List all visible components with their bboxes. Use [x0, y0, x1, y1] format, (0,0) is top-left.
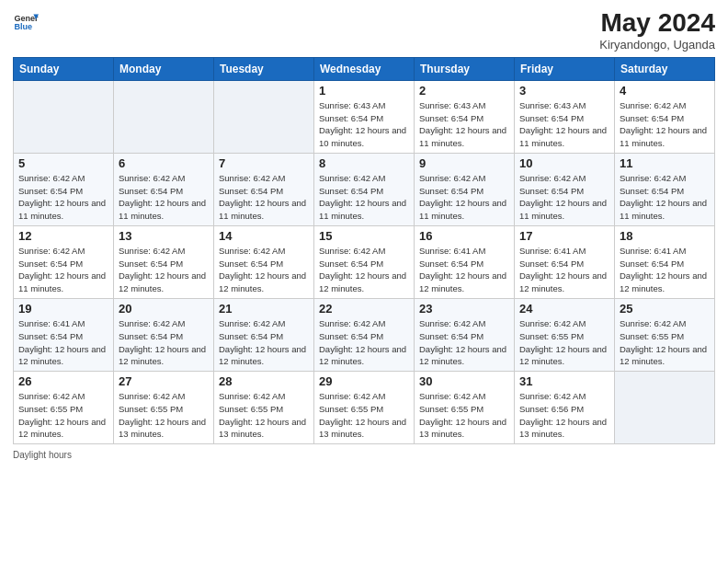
day-info: Sunrise: 6:42 AM Sunset: 6:55 PM Dayligh… — [219, 390, 309, 441]
day-info: Sunrise: 6:42 AM Sunset: 6:54 PM Dayligh… — [519, 172, 609, 223]
day-cell: 7Sunrise: 6:42 AM Sunset: 6:54 PM Daylig… — [214, 153, 314, 225]
day-number: 27 — [119, 374, 209, 388]
day-number: 10 — [519, 156, 609, 170]
svg-text:Blue: Blue — [14, 22, 32, 31]
day-cell: 17Sunrise: 6:41 AM Sunset: 6:54 PM Dayli… — [515, 225, 615, 298]
day-cell: 3Sunrise: 6:43 AM Sunset: 6:54 PM Daylig… — [515, 80, 615, 153]
day-cell: 12Sunrise: 6:42 AM Sunset: 6:54 PM Dayli… — [14, 225, 114, 298]
day-number: 31 — [519, 374, 609, 388]
week-row-4: 19Sunrise: 6:41 AM Sunset: 6:54 PM Dayli… — [14, 298, 715, 371]
day-number: 2 — [419, 84, 509, 98]
day-cell: 16Sunrise: 6:41 AM Sunset: 6:54 PM Dayli… — [415, 225, 515, 298]
day-number: 25 — [620, 302, 710, 316]
calendar-table: SundayMondayTuesdayWednesdayThursdayFrid… — [13, 57, 715, 444]
day-cell: 18Sunrise: 6:41 AM Sunset: 6:54 PM Dayli… — [615, 225, 715, 298]
day-cell: 25Sunrise: 6:42 AM Sunset: 6:55 PM Dayli… — [615, 298, 715, 371]
day-cell: 30Sunrise: 6:42 AM Sunset: 6:55 PM Dayli… — [415, 372, 515, 444]
week-row-5: 26Sunrise: 6:42 AM Sunset: 6:55 PM Dayli… — [14, 372, 715, 444]
day-number: 17 — [519, 229, 609, 243]
week-row-1: 1Sunrise: 6:43 AM Sunset: 6:54 PM Daylig… — [14, 80, 715, 153]
day-cell: 5Sunrise: 6:42 AM Sunset: 6:54 PM Daylig… — [14, 153, 114, 225]
title-block: May 2024 Kiryandongo, Uganda — [599, 9, 715, 52]
day-cell: 24Sunrise: 6:42 AM Sunset: 6:55 PM Dayli… — [515, 298, 615, 371]
logo-icon: General Blue — [13, 9, 39, 35]
day-number: 24 — [519, 302, 609, 316]
day-cell: 23Sunrise: 6:42 AM Sunset: 6:54 PM Dayli… — [415, 298, 515, 371]
day-number: 19 — [18, 302, 108, 316]
day-number: 4 — [620, 84, 710, 98]
day-info: Sunrise: 6:42 AM Sunset: 6:55 PM Dayligh… — [319, 390, 409, 441]
day-cell: 31Sunrise: 6:42 AM Sunset: 6:56 PM Dayli… — [515, 372, 615, 444]
day-cell: 27Sunrise: 6:42 AM Sunset: 6:55 PM Dayli… — [114, 372, 214, 444]
day-info: Sunrise: 6:42 AM Sunset: 6:55 PM Dayligh… — [419, 390, 509, 441]
location: Kiryandongo, Uganda — [599, 38, 715, 52]
day-cell: 15Sunrise: 6:42 AM Sunset: 6:54 PM Dayli… — [314, 225, 415, 298]
day-number: 18 — [620, 229, 710, 243]
header-row: SundayMondayTuesdayWednesdayThursdayFrid… — [14, 57, 715, 80]
day-info: Sunrise: 6:43 AM Sunset: 6:54 PM Dayligh… — [519, 99, 609, 150]
day-number: 21 — [219, 302, 309, 316]
page: General Blue May 2024 Kiryandongo, Ugand… — [0, 0, 728, 563]
day-cell: 9Sunrise: 6:42 AM Sunset: 6:54 PM Daylig… — [415, 153, 515, 225]
day-info: Sunrise: 6:42 AM Sunset: 6:54 PM Dayligh… — [319, 317, 409, 368]
day-info: Sunrise: 6:41 AM Sunset: 6:54 PM Dayligh… — [519, 245, 609, 295]
column-header-tuesday: Tuesday — [214, 57, 314, 80]
day-info: Sunrise: 6:42 AM Sunset: 6:54 PM Dayligh… — [119, 245, 209, 295]
day-number: 8 — [319, 156, 409, 170]
day-cell: 21Sunrise: 6:42 AM Sunset: 6:54 PM Dayli… — [214, 298, 314, 371]
day-info: Sunrise: 6:41 AM Sunset: 6:54 PM Dayligh… — [18, 317, 108, 368]
day-info: Sunrise: 6:42 AM Sunset: 6:54 PM Dayligh… — [18, 245, 108, 295]
day-number: 28 — [219, 374, 309, 388]
column-header-wednesday: Wednesday — [314, 57, 415, 80]
day-number: 14 — [219, 229, 309, 243]
day-number: 12 — [18, 229, 108, 243]
day-info: Sunrise: 6:42 AM Sunset: 6:54 PM Dayligh… — [620, 99, 710, 150]
day-number: 30 — [419, 374, 509, 388]
day-cell: 11Sunrise: 6:42 AM Sunset: 6:54 PM Dayli… — [615, 153, 715, 225]
day-number: 5 — [18, 156, 108, 170]
day-cell: 10Sunrise: 6:42 AM Sunset: 6:54 PM Dayli… — [515, 153, 615, 225]
day-info: Sunrise: 6:42 AM Sunset: 6:55 PM Dayligh… — [620, 317, 710, 368]
day-cell: 26Sunrise: 6:42 AM Sunset: 6:55 PM Dayli… — [14, 372, 114, 444]
day-cell: 29Sunrise: 6:42 AM Sunset: 6:55 PM Dayli… — [314, 372, 415, 444]
day-cell: 6Sunrise: 6:42 AM Sunset: 6:54 PM Daylig… — [114, 153, 214, 225]
day-number: 1 — [319, 84, 409, 98]
day-number: 15 — [319, 229, 409, 243]
day-info: Sunrise: 6:42 AM Sunset: 6:54 PM Dayligh… — [119, 317, 209, 368]
day-cell: 19Sunrise: 6:41 AM Sunset: 6:54 PM Dayli… — [14, 298, 114, 371]
day-cell: 4Sunrise: 6:42 AM Sunset: 6:54 PM Daylig… — [615, 80, 715, 153]
week-row-3: 12Sunrise: 6:42 AM Sunset: 6:54 PM Dayli… — [14, 225, 715, 298]
day-info: Sunrise: 6:42 AM Sunset: 6:54 PM Dayligh… — [119, 172, 209, 223]
day-number: 20 — [119, 302, 209, 316]
day-cell: 8Sunrise: 6:42 AM Sunset: 6:54 PM Daylig… — [314, 153, 415, 225]
day-cell: 22Sunrise: 6:42 AM Sunset: 6:54 PM Dayli… — [314, 298, 415, 371]
logo: General Blue — [13, 9, 39, 35]
day-info: Sunrise: 6:42 AM Sunset: 6:54 PM Dayligh… — [219, 245, 309, 295]
column-header-saturday: Saturday — [615, 57, 715, 80]
day-number: 9 — [419, 156, 509, 170]
column-header-monday: Monday — [114, 57, 214, 80]
day-info: Sunrise: 6:43 AM Sunset: 6:54 PM Dayligh… — [319, 99, 409, 150]
day-number: 13 — [119, 229, 209, 243]
day-cell — [214, 80, 314, 153]
day-cell — [615, 372, 715, 444]
day-number: 29 — [319, 374, 409, 388]
column-header-sunday: Sunday — [14, 57, 114, 80]
day-info: Sunrise: 6:42 AM Sunset: 6:55 PM Dayligh… — [519, 317, 609, 368]
day-info: Sunrise: 6:41 AM Sunset: 6:54 PM Dayligh… — [620, 245, 710, 295]
day-info: Sunrise: 6:42 AM Sunset: 6:55 PM Dayligh… — [18, 390, 108, 441]
column-header-thursday: Thursday — [415, 57, 515, 80]
day-cell: 1Sunrise: 6:43 AM Sunset: 6:54 PM Daylig… — [314, 80, 415, 153]
day-number: 23 — [419, 302, 509, 316]
day-info: Sunrise: 6:42 AM Sunset: 6:54 PM Dayligh… — [620, 172, 710, 223]
day-info: Sunrise: 6:42 AM Sunset: 6:54 PM Dayligh… — [419, 317, 509, 368]
day-info: Sunrise: 6:42 AM Sunset: 6:54 PM Dayligh… — [419, 172, 509, 223]
footer: Daylight hours — [13, 450, 715, 460]
day-cell — [114, 80, 214, 153]
day-number: 7 — [219, 156, 309, 170]
header: General Blue May 2024 Kiryandongo, Ugand… — [13, 9, 715, 52]
week-row-2: 5Sunrise: 6:42 AM Sunset: 6:54 PM Daylig… — [14, 153, 715, 225]
day-info: Sunrise: 6:42 AM Sunset: 6:54 PM Dayligh… — [319, 245, 409, 295]
day-number: 16 — [419, 229, 509, 243]
day-info: Sunrise: 6:42 AM Sunset: 6:54 PM Dayligh… — [219, 172, 309, 223]
